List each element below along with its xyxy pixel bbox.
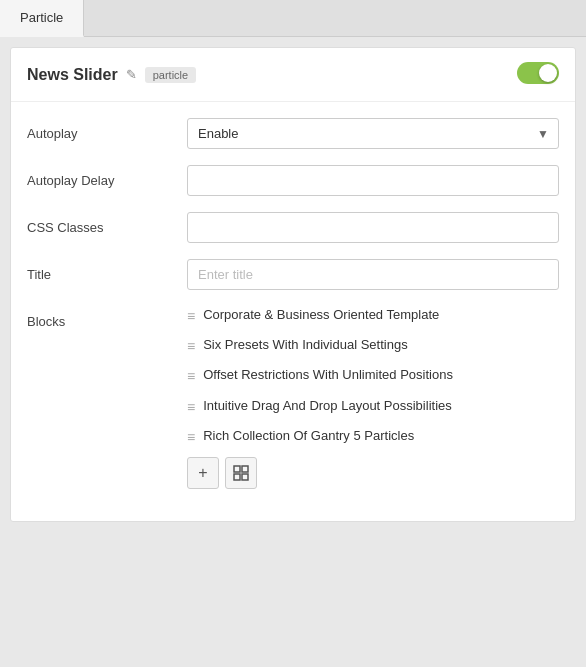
list-item: ≡ Six Presets With Individual Settings: [187, 336, 559, 354]
autoplay-select-wrapper: Enable Disable ▼: [187, 118, 559, 149]
autoplay-row: Autoplay Enable Disable ▼: [27, 118, 559, 149]
block-text: Intuitive Drag And Drop Layout Possibili…: [203, 397, 452, 415]
panel: News Slider ✎ particle Autoplay Enable D…: [10, 47, 576, 522]
css-classes-row: CSS Classes: [27, 212, 559, 243]
block-text: Corporate & Business Oriented Template: [203, 306, 439, 324]
edit-icon[interactable]: ✎: [126, 67, 137, 82]
svg-rect-0: [234, 466, 240, 472]
css-classes-label: CSS Classes: [27, 212, 187, 235]
title-control: [187, 259, 559, 290]
blocks-row: Blocks ≡ Corporate & Business Oriented T…: [27, 306, 559, 489]
svg-rect-1: [242, 466, 248, 472]
autoplay-select[interactable]: Enable Disable: [187, 118, 559, 149]
autoplay-delay-control: 5000: [187, 165, 559, 196]
list-item: ≡ Intuitive Drag And Drop Layout Possibi…: [187, 397, 559, 415]
enable-toggle[interactable]: [517, 62, 559, 84]
drag-handle-icon[interactable]: ≡: [187, 308, 195, 324]
drag-handle-icon[interactable]: ≡: [187, 429, 195, 445]
tab-bar: Particle: [0, 0, 586, 37]
title-row: Title: [27, 259, 559, 290]
block-text: Offset Restrictions With Unlimited Posit…: [203, 366, 453, 384]
blocks-list: ≡ Corporate & Business Oriented Template…: [187, 306, 559, 489]
list-item: ≡ Corporate & Business Oriented Template: [187, 306, 559, 324]
grid-icon: [233, 465, 249, 481]
panel-header: News Slider ✎ particle: [11, 48, 575, 102]
drag-handle-icon[interactable]: ≡: [187, 368, 195, 384]
block-text: Six Presets With Individual Settings: [203, 336, 407, 354]
autoplay-delay-label: Autoplay Delay: [27, 165, 187, 188]
autoplay-delay-row: Autoplay Delay 5000: [27, 165, 559, 196]
css-classes-input[interactable]: [187, 212, 559, 243]
autoplay-delay-input[interactable]: 5000: [187, 165, 559, 196]
autoplay-label: Autoplay: [27, 118, 187, 141]
grid-view-button[interactable]: [225, 457, 257, 489]
block-text: Rich Collection Of Gantry 5 Particles: [203, 427, 414, 445]
drag-handle-icon[interactable]: ≡: [187, 399, 195, 415]
form-body: Autoplay Enable Disable ▼ Autoplay Delay…: [11, 102, 575, 521]
toggle-slider: [517, 62, 559, 84]
title-input[interactable]: [187, 259, 559, 290]
particle-badge: particle: [145, 67, 196, 83]
title-label: Title: [27, 259, 187, 282]
drag-handle-icon[interactable]: ≡: [187, 338, 195, 354]
svg-rect-3: [242, 474, 248, 480]
block-actions: +: [187, 457, 559, 489]
svg-rect-2: [234, 474, 240, 480]
add-block-button[interactable]: +: [187, 457, 219, 489]
list-item: ≡ Offset Restrictions With Unlimited Pos…: [187, 366, 559, 384]
css-classes-control: [187, 212, 559, 243]
tab-particle[interactable]: Particle: [0, 0, 84, 37]
autoplay-control: Enable Disable ▼: [187, 118, 559, 149]
blocks-label: Blocks: [27, 306, 187, 329]
toggle-wrapper: [517, 62, 559, 87]
list-item: ≡ Rich Collection Of Gantry 5 Particles: [187, 427, 559, 445]
panel-title: News Slider: [27, 66, 118, 84]
